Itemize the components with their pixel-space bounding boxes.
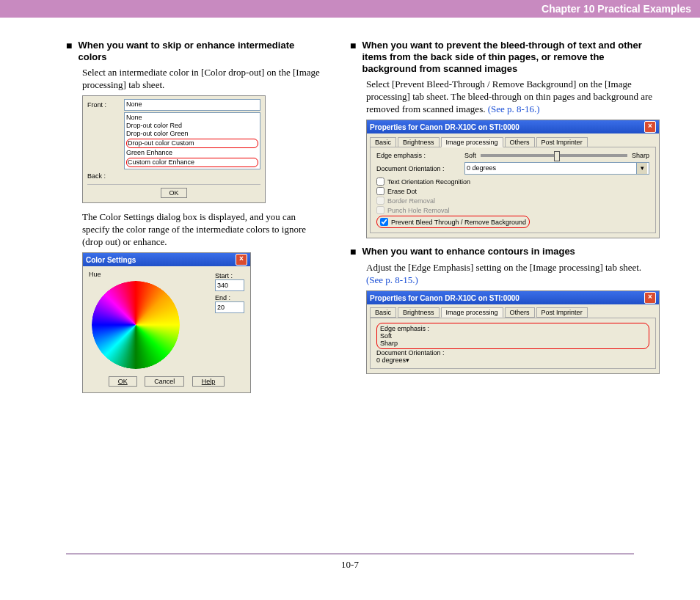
section-heading: When you want to enhance contours in ima… xyxy=(362,246,575,257)
section-bleed-through: ■ When you want to prevent the bleed-thr… xyxy=(350,40,660,75)
option-none[interactable]: None xyxy=(126,114,258,122)
front-label: Front : xyxy=(87,101,124,109)
checkbox-erase-dot[interactable]: Erase Dot xyxy=(376,187,649,195)
tab-others[interactable]: Others xyxy=(505,137,535,147)
body-text: Select an intermediate color in [Color d… xyxy=(82,66,321,91)
doc-orientation-dropdown[interactable]: 0 degrees▾ xyxy=(464,162,649,175)
option-green[interactable]: Drop-out color Green xyxy=(126,130,258,138)
option-custom-enhance[interactable]: Custom color Enhance xyxy=(126,158,258,167)
tab-others[interactable]: Others xyxy=(505,307,535,318)
bullet-square-icon: ■ xyxy=(66,40,72,52)
edge-emphasis-slider[interactable]: Soft Sharp xyxy=(464,152,649,159)
checkbox-prevent-bleed[interactable]: Prevent Bleed Through / Remove Backgroun… xyxy=(380,218,526,226)
right-column: ■ When you want to prevent the bleed-thr… xyxy=(350,40,660,400)
tab-post-imprinter[interactable]: Post Imprinter xyxy=(536,307,588,318)
dialog-title: Color Settings xyxy=(86,256,136,264)
see-page-link[interactable]: (See p. 8-15.) xyxy=(366,274,418,285)
bullet-square-icon: ■ xyxy=(350,246,356,258)
hue-wheel[interactable] xyxy=(92,281,180,369)
dropout-listbox[interactable]: None Drop-out color Red Drop-out color G… xyxy=(124,112,260,169)
start-label: Start : xyxy=(215,272,244,279)
tab-basic[interactable]: Basic xyxy=(370,137,396,147)
section-heading: When you want to skip or enhance interme… xyxy=(78,40,321,63)
color-settings-dialog: Color Settings × Hue Start : 340 End : 2… xyxy=(82,252,251,393)
edge-emphasis-label: Edge emphasis : xyxy=(380,325,429,332)
properties-dialog-edge: Properties for Canon DR-X10C on STI:0000… xyxy=(366,290,660,374)
body-text: Adjust the [Edge Emphasis] setting on th… xyxy=(366,261,660,286)
option-green-enhance[interactable]: Green Enhance xyxy=(126,149,258,157)
tab-row: Basic Brightness Image processing Others… xyxy=(367,133,659,147)
chapter-title: Chapter 10 Practical Examples xyxy=(542,3,691,15)
chevron-down-icon: ▾ xyxy=(406,356,409,364)
section-heading: When you want to prevent the bleed-throu… xyxy=(362,40,660,75)
end-input[interactable]: 20 xyxy=(215,301,244,313)
left-column: ■ When you want to skip or enhance inter… xyxy=(66,40,321,400)
doc-orientation-dropdown[interactable]: 0 degrees▾ xyxy=(376,356,649,364)
dialog-title: Properties for Canon DR-X10C on STI:0000 xyxy=(370,294,519,302)
page-number: 10-7 xyxy=(0,559,700,571)
close-icon[interactable]: × xyxy=(644,121,656,133)
checkbox-border-removal: Border Removal xyxy=(376,197,649,205)
dialog-titlebar: Color Settings × xyxy=(83,253,250,266)
dropout-options-screenshot: Front : None None Drop-out color Red Dro… xyxy=(82,95,266,203)
checkbox-punch-hole: Punch Hole Removal xyxy=(376,206,649,214)
doc-orientation-label: Document Orientation : xyxy=(376,349,445,356)
see-page-link[interactable]: (See p. 8-16.) xyxy=(488,103,540,114)
properties-dialog-bleed: Properties for Canon DR-X10C on STI:0000… xyxy=(366,120,660,238)
option-custom-dropout[interactable]: Drop-out color Custom xyxy=(126,139,258,148)
section-skip-enhance: ■ When you want to skip or enhance inter… xyxy=(66,40,321,63)
checkbox-text-orientation[interactable]: Text Orientation Recognition xyxy=(376,178,649,186)
body-text: The Color Settings dialog box is display… xyxy=(82,211,321,248)
doc-orientation-label: Document Orientation : xyxy=(376,165,464,172)
back-label: Back : xyxy=(87,172,124,180)
start-input[interactable]: 340 xyxy=(215,279,244,291)
tab-brightness[interactable]: Brightness xyxy=(398,307,440,318)
close-icon[interactable]: × xyxy=(644,292,656,304)
chevron-down-icon: ▾ xyxy=(636,163,647,174)
cancel-button[interactable]: Cancel xyxy=(145,376,184,387)
dialog-titlebar: Properties for Canon DR-X10C on STI:0000… xyxy=(367,120,659,133)
ok-button[interactable]: OK xyxy=(109,376,137,387)
option-red[interactable]: Drop-out color Red xyxy=(126,122,258,130)
edge-emphasis-label: Edge emphasis : xyxy=(376,152,464,159)
tab-post-imprinter[interactable]: Post Imprinter xyxy=(536,137,588,147)
tab-image-processing[interactable]: Image processing xyxy=(441,307,503,318)
page-footer: 10-7 xyxy=(0,553,700,571)
help-button[interactable]: Help xyxy=(192,376,225,387)
tab-brightness[interactable]: Brightness xyxy=(398,137,440,147)
ok-button[interactable]: OK xyxy=(161,188,186,198)
tab-image-processing[interactable]: Image processing xyxy=(441,137,503,147)
dialog-titlebar: Properties for Canon DR-X10C on STI:0000… xyxy=(367,291,659,304)
tab-row: Basic Brightness Image processing Others… xyxy=(367,304,659,318)
tab-basic[interactable]: Basic xyxy=(370,307,396,318)
close-icon[interactable]: × xyxy=(236,254,247,266)
bullet-square-icon: ■ xyxy=(350,40,356,52)
edge-emphasis-slider[interactable]: Soft Sharp xyxy=(380,332,646,347)
front-dropdown[interactable]: None xyxy=(124,99,260,111)
section-enhance-contours: ■ When you want to enhance contours in i… xyxy=(350,246,660,258)
body-text: Select [Prevent Bleed-Through / Remove B… xyxy=(366,78,660,115)
chapter-header: Chapter 10 Practical Examples xyxy=(0,0,700,18)
end-label: End : xyxy=(215,294,244,301)
dialog-title: Properties for Canon DR-X10C on STI:0000 xyxy=(370,123,519,131)
